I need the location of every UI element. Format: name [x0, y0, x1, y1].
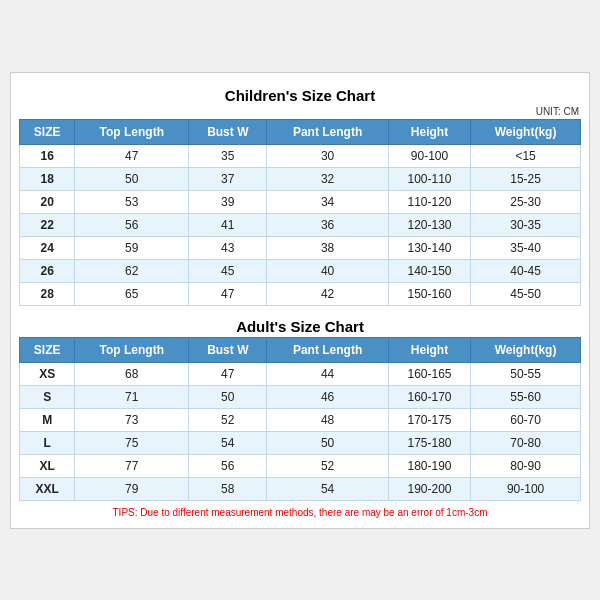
adult-cell-4-2: 56	[189, 454, 267, 477]
adult-cell-2-0: M	[20, 408, 75, 431]
children-header-cell-5: Weight(kg)	[471, 119, 581, 144]
adult-table: SIZETop LengthBust WPant LengthHeightWei…	[19, 337, 581, 501]
children-cell-1-0: 18	[20, 167, 75, 190]
children-cell-4-2: 43	[189, 236, 267, 259]
adult-header-row: SIZETop LengthBust WPant LengthHeightWei…	[20, 337, 581, 362]
adult-cell-0-4: 160-165	[388, 362, 470, 385]
adult-row-3: L755450175-18070-80	[20, 431, 581, 454]
chart-container: Children's Size Chart UNIT: CM SIZETop L…	[10, 72, 590, 529]
children-cell-0-4: 90-100	[388, 144, 470, 167]
children-cell-3-3: 36	[267, 213, 389, 236]
adult-row-1: S715046160-17055-60	[20, 385, 581, 408]
children-header-cell-1: Top Length	[75, 119, 189, 144]
children-cell-5-2: 45	[189, 259, 267, 282]
children-cell-0-3: 30	[267, 144, 389, 167]
children-cell-2-1: 53	[75, 190, 189, 213]
adult-cell-3-5: 70-80	[471, 431, 581, 454]
adult-cell-5-4: 190-200	[388, 477, 470, 500]
children-body: 1647353090-100<1518503732100-11015-25205…	[20, 144, 581, 305]
children-cell-6-2: 47	[189, 282, 267, 305]
adult-header-cell-3: Pant Length	[267, 337, 389, 362]
children-cell-3-0: 22	[20, 213, 75, 236]
adult-header-cell-4: Height	[388, 337, 470, 362]
children-cell-4-4: 130-140	[388, 236, 470, 259]
adult-cell-2-4: 170-175	[388, 408, 470, 431]
children-header-cell-4: Height	[388, 119, 470, 144]
adult-row-0: XS684744160-16550-55	[20, 362, 581, 385]
children-cell-5-0: 26	[20, 259, 75, 282]
adult-cell-2-1: 73	[75, 408, 189, 431]
adult-cell-1-4: 160-170	[388, 385, 470, 408]
adult-cell-0-1: 68	[75, 362, 189, 385]
children-cell-1-4: 100-110	[388, 167, 470, 190]
children-cell-2-5: 25-30	[471, 190, 581, 213]
adult-cell-4-1: 77	[75, 454, 189, 477]
adult-cell-2-2: 52	[189, 408, 267, 431]
children-cell-3-2: 41	[189, 213, 267, 236]
children-header-cell-3: Pant Length	[267, 119, 389, 144]
adult-cell-5-2: 58	[189, 477, 267, 500]
children-cell-6-3: 42	[267, 282, 389, 305]
adult-cell-0-2: 47	[189, 362, 267, 385]
adult-cell-3-4: 175-180	[388, 431, 470, 454]
adult-cell-1-1: 71	[75, 385, 189, 408]
adult-header-cell-1: Top Length	[75, 337, 189, 362]
adult-cell-3-0: L	[20, 431, 75, 454]
children-cell-0-0: 16	[20, 144, 75, 167]
children-cell-2-4: 110-120	[388, 190, 470, 213]
children-row-2: 20533934110-12025-30	[20, 190, 581, 213]
children-cell-6-4: 150-160	[388, 282, 470, 305]
adult-cell-1-2: 50	[189, 385, 267, 408]
children-cell-1-3: 32	[267, 167, 389, 190]
children-cell-5-3: 40	[267, 259, 389, 282]
children-title: Children's Size Chart	[19, 81, 581, 106]
adult-cell-5-5: 90-100	[471, 477, 581, 500]
children-table: SIZETop LengthBust WPant LengthHeightWei…	[19, 119, 581, 306]
children-row-5: 26624540140-15040-45	[20, 259, 581, 282]
children-cell-1-2: 37	[189, 167, 267, 190]
children-cell-6-5: 45-50	[471, 282, 581, 305]
children-row-0: 1647353090-100<15	[20, 144, 581, 167]
children-cell-4-0: 24	[20, 236, 75, 259]
children-row-4: 24594338130-14035-40	[20, 236, 581, 259]
adult-cell-4-3: 52	[267, 454, 389, 477]
children-cell-3-4: 120-130	[388, 213, 470, 236]
adult-cell-1-0: S	[20, 385, 75, 408]
adult-header-cell-2: Bust W	[189, 337, 267, 362]
adult-cell-0-3: 44	[267, 362, 389, 385]
adult-body: XS684744160-16550-55S715046160-17055-60M…	[20, 362, 581, 500]
children-cell-4-5: 35-40	[471, 236, 581, 259]
children-row-1: 18503732100-11015-25	[20, 167, 581, 190]
children-row-3: 22564136120-13030-35	[20, 213, 581, 236]
children-cell-5-5: 40-45	[471, 259, 581, 282]
adult-cell-5-3: 54	[267, 477, 389, 500]
children-cell-0-2: 35	[189, 144, 267, 167]
adult-row-5: XXL795854190-20090-100	[20, 477, 581, 500]
adult-cell-4-5: 80-90	[471, 454, 581, 477]
tips-text: TIPS: Due to different measurement metho…	[19, 501, 581, 520]
adult-row-2: M735248170-17560-70	[20, 408, 581, 431]
adult-cell-4-4: 180-190	[388, 454, 470, 477]
children-cell-0-5: <15	[471, 144, 581, 167]
adult-cell-4-0: XL	[20, 454, 75, 477]
children-row-6: 28654742150-16045-50	[20, 282, 581, 305]
children-cell-2-3: 34	[267, 190, 389, 213]
children-header-row: SIZETop LengthBust WPant LengthHeightWei…	[20, 119, 581, 144]
adult-cell-3-1: 75	[75, 431, 189, 454]
children-header-cell-0: SIZE	[20, 119, 75, 144]
children-cell-5-4: 140-150	[388, 259, 470, 282]
children-cell-4-3: 38	[267, 236, 389, 259]
children-cell-3-5: 30-35	[471, 213, 581, 236]
children-cell-5-1: 62	[75, 259, 189, 282]
children-cell-4-1: 59	[75, 236, 189, 259]
adult-cell-5-1: 79	[75, 477, 189, 500]
children-cell-0-1: 47	[75, 144, 189, 167]
adult-cell-2-3: 48	[267, 408, 389, 431]
children-cell-1-5: 15-25	[471, 167, 581, 190]
adult-cell-2-5: 60-70	[471, 408, 581, 431]
adult-cell-1-3: 46	[267, 385, 389, 408]
adult-cell-3-3: 50	[267, 431, 389, 454]
children-cell-6-1: 65	[75, 282, 189, 305]
children-cell-6-0: 28	[20, 282, 75, 305]
children-header-cell-2: Bust W	[189, 119, 267, 144]
